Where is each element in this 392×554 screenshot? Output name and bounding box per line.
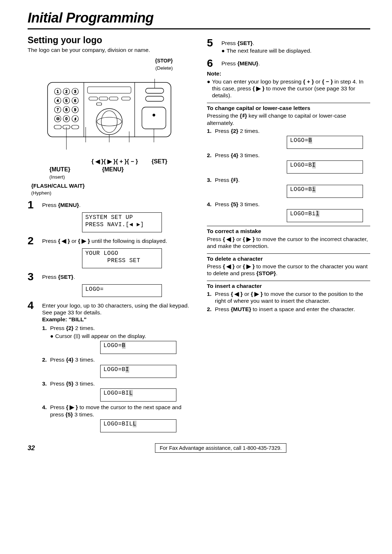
svg-point-38 [97,117,122,126]
stop-callout: {STOP} [155,58,173,64]
lcd-display: LOGO=B [100,341,176,354]
lcd-display: LOGO=BI [287,160,363,174]
svg-point-36 [96,109,122,135]
svg-rect-39 [146,88,164,93]
lcd-display: LOGO=BIL [100,388,176,402]
lcd-display: YOUR LOGO PRESS SET [82,248,162,268]
right-column: 5 Press {SET}. ● The next feature will b… [207,34,370,435]
lcd-display: LOGO=BILL [100,419,176,432]
svg-rect-31 [89,97,98,100]
flash-sub: (Hyphen) [31,190,52,196]
svg-text:9: 9 [74,108,76,112]
step-2: 2 Press { ◀ } or { ▶ } until the followi… [28,235,191,246]
step4-intro: Enter your logo, up to 30 characters, us… [42,302,189,315]
note-label: Note: [207,70,370,77]
lcd-display: LOGO=Bi [287,185,363,198]
list-item: 1. Press {2} 2 times. [42,325,191,331]
list-item: ● Cursor () will appear on the display. [50,333,191,339]
case-heading: To change capital or lower-case letters [207,105,370,111]
svg-text:5: 5 [65,99,68,103]
list-item: 1. Press {2} 2 times. [207,127,370,134]
lcd-display: LOGO=Bil [287,209,363,222]
svg-text:3: 3 [74,90,76,94]
intro-text: The logo can be your company, division o… [28,46,191,53]
svg-rect-35 [97,103,102,105]
svg-text:✱: ✱ [56,117,60,121]
stop-sub: (Delete) [155,65,173,71]
svg-text:0: 0 [65,117,68,121]
list-item: 4. Press {5} 3 times. [207,201,370,208]
correct-heading: To correct a mistake [207,228,370,235]
hash-key: {♯} [240,113,247,119]
footer-box: For Fax Advantage assistance, call 1-800… [155,443,286,453]
list-item: 4. Press { ▶ } to move the cursor to the… [42,404,191,418]
insert-heading: To insert a character [207,282,370,289]
list-item: 1. Press { ◀ } or { ▶ } to move the curs… [207,290,370,305]
step-6: 6 Press {MENU}. [207,58,370,69]
mute-sub: (Insert) [49,174,65,180]
menu-callout: {MENU} [89,166,136,180]
left-column: Setting your logo The logo can be your c… [28,34,191,435]
list-item: 2. Press {MUTE} to insert a space and en… [207,306,370,313]
example-label: Example: "BILL" [42,316,86,322]
device-svg: 1 2 3 4 5 6 7 8 9 ✱ 0 ♯ [40,72,178,159]
step5-bullet: The next feature will be displayed. [226,47,311,54]
left-arrow-key: { ◀ } [58,238,70,244]
flash-callout: {FLASH/CALL WAIT} [31,183,85,189]
case-intro: Pressing the {♯} key will change to capi… [207,112,370,126]
step-1: 1 Press {MENU}. [28,199,191,210]
svg-text:1: 1 [57,90,59,94]
svg-text:7: 7 [57,108,59,112]
list-item: 3. Press {♯}. [207,176,370,183]
svg-text:6: 6 [74,99,76,103]
correct-text: Press { ◀ } or { ▶ } to move the cursor … [207,236,370,250]
step-5: 5 Press {SET}. ● The next feature will b… [207,37,370,55]
mute-callout: {MUTE} [49,166,70,172]
device-diagram: {STOP} (Delete) 1 2 3 4 5 6 7 8 9 ✱ 0 [28,57,191,196]
page-footer: 32 For Fax Advantage assistance, call 1-… [28,443,370,453]
page-number: 32 [28,444,71,452]
set-key: {SET} [237,40,253,46]
lcd-display: SYSTEM SET UP PRESS NAVI.[◀ ▶] [82,212,162,232]
svg-rect-33 [109,97,118,100]
svg-text:2: 2 [65,90,68,94]
svg-point-37 [101,111,117,133]
lcd-display: LOGO=BI [100,365,176,378]
svg-rect-25 [54,125,61,129]
svg-rect-40 [146,96,164,101]
menu-key: {MENU} [237,60,258,66]
svg-text:♯: ♯ [74,117,76,121]
step-3: 3 Press {SET}. [28,271,191,282]
svg-rect-32 [99,97,108,100]
list-item: 2. Press {4} 3 times. [207,152,370,159]
lcd-display: LOGO= [82,284,162,297]
page-title: Initial Programming [28,9,370,29]
svg-rect-34 [122,97,130,100]
step-4: 4 Enter your logo, up to 30 characters, … [28,300,191,323]
svg-text:4: 4 [57,99,59,103]
set-key: {SET} [58,274,73,280]
arrows-callout: { ◀ }{ ▶ }{ + }{ − } [87,158,142,165]
delete-text: Press { ◀ } or { ▶ } to move the cursor … [207,263,370,277]
svg-rect-41 [142,107,166,129]
set-callout: {SET} [142,158,167,165]
svg-text:8: 8 [65,108,68,112]
note-text: You can enter your logo by pressing { + … [212,78,370,99]
delete-heading: To delete a character [207,255,370,262]
svg-point-42 [153,114,155,116]
list-item: 2. Press {4} 3 times. [42,356,191,363]
lcd-display: LOGO=B [287,136,363,149]
right-arrow-key: { ▶ } [78,238,90,244]
cursor-icon [75,334,78,338]
svg-rect-30 [87,87,131,93]
menu-key: {MENU} [58,202,79,208]
list-item: 3. Press {5} 3 times. [42,380,191,387]
section-heading: Setting your logo [28,34,191,46]
step1-text: Press [42,202,58,208]
svg-rect-27 [72,125,79,129]
